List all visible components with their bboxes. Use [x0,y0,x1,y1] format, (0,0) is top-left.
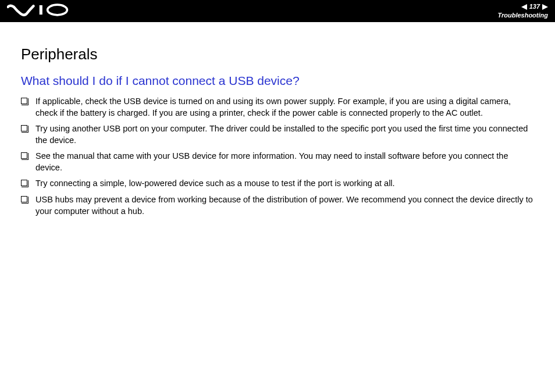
bullet-text: Try using another USB port on your compu… [35,123,534,146]
page-number: 137 [528,3,541,10]
bullet-icon [21,125,27,131]
prev-page-arrow-icon[interactable] [521,4,527,10]
list-item: USB hubs may prevent a device from worki… [21,194,534,217]
section-title: Peripherals [21,45,534,63]
svg-point-1 [48,5,67,15]
svg-rect-0 [40,5,42,15]
bullet-icon [21,196,27,202]
bullet-text: If applicable, check the USB device is t… [35,96,534,119]
section-label: Troubleshooting [497,12,548,19]
bullet-icon [21,98,27,104]
next-page-arrow-icon[interactable] [542,4,548,10]
bullet-text: Try connecting a simple, low-powered dev… [35,178,534,190]
list-item: See the manual that came with your USB d… [21,151,534,173]
question-title: What should I do if I cannot connect a U… [21,74,534,88]
header-right: 137 Troubleshooting [497,3,548,19]
bullet-icon [21,180,27,186]
list-item: Try connecting a simple, low-powered dev… [21,178,534,190]
bullet-text: See the manual that came with your USB d… [35,151,534,173]
page-content: Peripherals What should I do if I cannot… [0,22,555,217]
list-item: Try using another USB port on your compu… [21,123,534,146]
vaio-logo [7,3,75,19]
list-item: If applicable, check the USB device is t… [21,96,534,119]
bullet-icon [21,152,27,159]
page-navigation: 137 [521,3,548,10]
header-bar: 137 Troubleshooting [0,0,555,22]
bullet-text: USB hubs may prevent a device from worki… [35,194,534,217]
bullet-list: If applicable, check the USB device is t… [21,96,534,217]
